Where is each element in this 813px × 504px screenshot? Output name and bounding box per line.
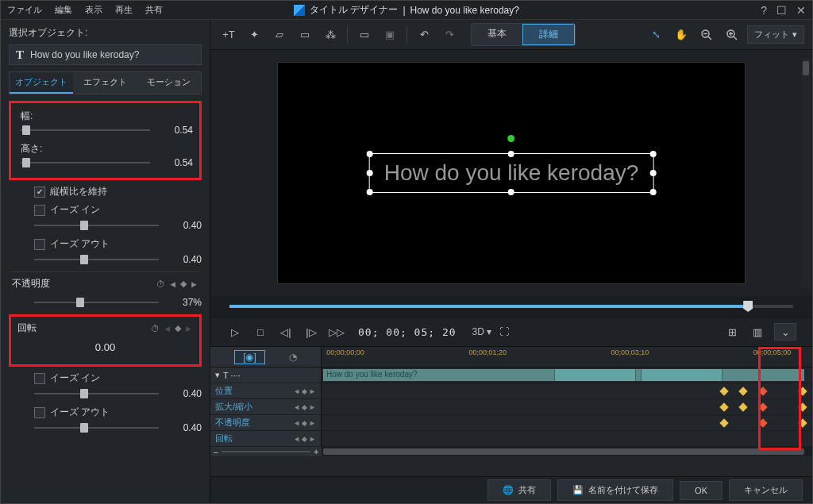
ease-out-row-2[interactable]: イーズ アウト (34, 406, 202, 419)
redo-icon[interactable]: ↷ (439, 25, 460, 45)
resize-handle[interactable] (367, 170, 373, 176)
tab-motion[interactable]: モーション (137, 72, 201, 94)
tab-object[interactable]: オブジェクト (10, 72, 73, 94)
position-track[interactable] (322, 383, 812, 398)
resize-handle[interactable] (649, 189, 656, 195)
timecode-display[interactable]: 00; 00; 05; 20 (358, 326, 457, 338)
preview-canvas[interactable]: How do you like keroday? (277, 62, 746, 284)
checkbox-checked-icon[interactable]: ✔ (34, 187, 45, 198)
tl-zoom-in-icon[interactable]: + (314, 448, 318, 456)
scale-track[interactable] (322, 399, 812, 414)
height-slider[interactable] (21, 157, 150, 168)
select-tool-icon[interactable]: ⤡ (645, 25, 666, 45)
ease-in-row[interactable]: イーズ イン (34, 203, 202, 217)
add-kf-icon[interactable]: ◆ (302, 403, 307, 411)
prev-keyframe-icon[interactable]: ◄ (163, 324, 171, 333)
add-keyframe-icon[interactable]: ◆ (175, 323, 181, 333)
save-as-button[interactable]: 💾名前を付けて保存 (557, 479, 673, 501)
next-kf-icon[interactable]: ► (309, 419, 316, 427)
prev-frame-icon[interactable]: ◁| (277, 323, 295, 340)
rect-tool-icon[interactable]: ▭ (354, 25, 375, 45)
ease-in-slider-2[interactable] (34, 388, 159, 399)
advanced-mode-button[interactable]: 詳細 (522, 24, 575, 45)
ease-out-row[interactable]: イーズ アウト (34, 237, 202, 251)
maximize-icon[interactable]: ☐ (776, 4, 787, 17)
rotation-handle[interactable] (508, 135, 515, 142)
resize-handle[interactable] (649, 170, 656, 176)
next-keyframe-icon[interactable]: ► (190, 279, 198, 289)
zoom-out-icon[interactable] (696, 25, 717, 45)
grid-view-icon[interactable]: ⊞ (723, 323, 741, 340)
menu-view[interactable]: 表示 (85, 4, 102, 16)
next-kf-icon[interactable]: ► (309, 403, 316, 411)
ease-out-slider[interactable] (34, 254, 159, 265)
prev-kf-icon[interactable]: ◄ (293, 419, 300, 427)
checkbox-icon[interactable] (34, 373, 45, 384)
checkbox-icon[interactable] (34, 205, 45, 216)
add-kf-icon[interactable]: ◆ (302, 387, 307, 395)
layers-icon[interactable]: ▣ (380, 25, 400, 45)
ease-in-row-2[interactable]: イーズ イン (34, 371, 202, 385)
menu-edit[interactable]: 編集 (55, 4, 72, 16)
cancel-button[interactable]: キャンセル (729, 479, 803, 501)
menu-play[interactable]: 再生 (115, 4, 133, 16)
rotation-value[interactable]: 0.00 (17, 341, 193, 353)
clip-track[interactable]: How do you like keroday? (322, 367, 812, 383)
undo-icon[interactable]: ↶ (414, 25, 434, 45)
resize-handle[interactable] (508, 151, 514, 157)
add-kf-icon[interactable]: ◆ (302, 419, 307, 427)
expand-icon[interactable]: ▾ (215, 370, 220, 380)
rotation-track[interactable] (322, 431, 812, 446)
title-bounding-box[interactable]: How do you like keroday? (369, 153, 654, 193)
play-icon[interactable]: ▷ (226, 323, 244, 340)
menu-share[interactable]: 共有 (145, 4, 163, 16)
scrub-track[interactable] (229, 305, 793, 308)
keep-aspect-row[interactable]: ✔ 縦横比を維持 (34, 185, 202, 198)
help-icon[interactable]: ? (761, 4, 767, 17)
next-frame-icon[interactable]: |▷ (302, 323, 320, 340)
stopwatch-icon[interactable]: ⏱ (151, 324, 160, 333)
add-image-icon[interactable]: ▭ (295, 25, 315, 45)
ease-out-slider-2[interactable] (34, 422, 159, 433)
stopwatch-icon[interactable]: ⏱ (156, 279, 165, 289)
prev-keyframe-icon[interactable]: ◄ (168, 279, 177, 289)
share-button[interactable]: 🌐共有 (487, 479, 551, 501)
add-particle-icon[interactable]: ✦ (244, 25, 264, 45)
checkbox-icon[interactable] (34, 239, 45, 250)
checkbox-icon[interactable] (34, 407, 45, 418)
next-kf-icon[interactable]: ► (309, 387, 316, 395)
resize-handle[interactable] (367, 189, 373, 195)
ease-in-slider[interactable] (34, 220, 159, 231)
fast-forward-icon[interactable]: ▷▷ (328, 323, 345, 340)
opacity-slider[interactable] (34, 297, 159, 308)
collapse-icon[interactable]: ⌄ (774, 323, 796, 340)
3d-toggle[interactable]: 3D ▾ (472, 326, 492, 337)
scrub-thumb[interactable] (743, 301, 753, 312)
prev-kf-icon[interactable]: ◄ (293, 403, 300, 411)
selected-object-row[interactable]: T How do you like keroday? (9, 44, 202, 65)
effects-icon[interactable]: ⁂ (320, 25, 341, 45)
basic-mode-button[interactable]: 基本 (472, 24, 522, 45)
add-keyframe-icon[interactable]: ◆ (180, 279, 187, 289)
opacity-track[interactable] (322, 415, 812, 430)
timeline-hscroll[interactable] (322, 447, 812, 456)
keyframe-mode-icon[interactable]: [◉] (234, 350, 265, 364)
fullscreen-icon[interactable]: ⛶ (499, 326, 509, 337)
ok-button[interactable]: OK (680, 481, 722, 500)
close-icon[interactable]: ✕ (796, 4, 806, 17)
next-keyframe-icon[interactable]: ► (184, 324, 193, 333)
safe-zone-icon[interactable]: ▥ (749, 323, 766, 340)
add-kf-icon[interactable]: ◆ (302, 435, 307, 443)
title-clip[interactable]: How do you like keroday? (323, 369, 804, 381)
tab-effect[interactable]: エフェクト (73, 72, 137, 94)
zoom-in-icon[interactable] (722, 25, 742, 45)
timeline-ruler[interactable]: 00;00;00;00 00;00;01;20 00;00;03;10 00;0… (322, 347, 812, 367)
resize-handle[interactable] (367, 151, 373, 157)
menu-file[interactable]: ファイル (7, 4, 42, 16)
zoom-dropdown[interactable]: フィット▾ (747, 25, 804, 44)
resize-handle[interactable] (649, 151, 656, 157)
tl-zoom-out-icon[interactable]: – (214, 448, 218, 456)
prev-kf-icon[interactable]: ◄ (293, 435, 300, 443)
add-text-icon[interactable]: +T (218, 25, 239, 45)
prev-kf-icon[interactable]: ◄ (293, 387, 300, 395)
